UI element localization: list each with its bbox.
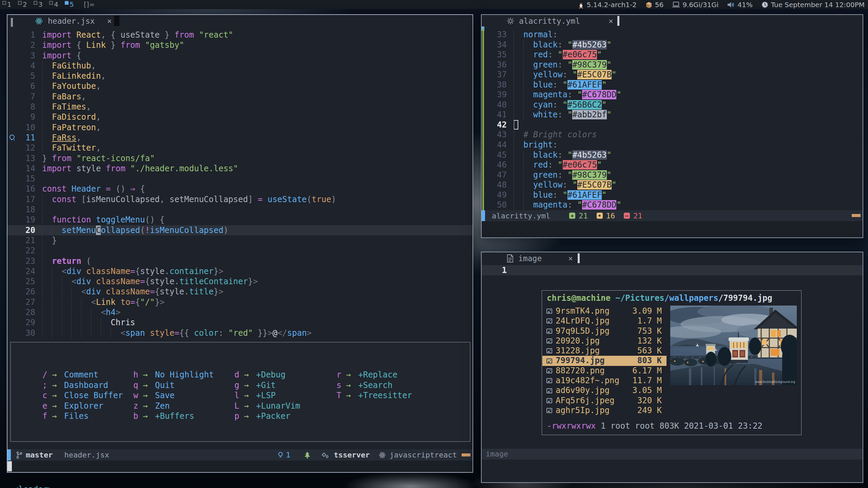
code-line[interactable]: 7 FaBars, [7, 92, 472, 102]
code-line[interactable]: 49 blue: "#61AFEF" [482, 190, 863, 200]
code-line[interactable]: 28 <h4> [7, 307, 472, 317]
code-line[interactable]: 5 FaLinkedin, [7, 71, 472, 81]
file-row[interactable]: a19c482f~.png11.7 M [542, 376, 667, 386]
code-line[interactable]: 20 setMenuCollapsed(!isMenuCollapsed) [7, 225, 472, 235]
code-line[interactable]: 25 <div className={style.titleContainer}… [7, 276, 472, 287]
code-line[interactable]: 38 blue: "#61AFEF" [482, 80, 863, 90]
code-editor[interactable]: 1import React, { useState } from "react"… [7, 30, 472, 338]
whichkey-item[interactable]: T→+Treesitter [336, 390, 412, 401]
code-line[interactable]: 3import { [7, 51, 472, 61]
whichkey-item[interactable]: b→+Buffers [133, 411, 214, 422]
file-row[interactable]: AFq5r6j.jpeg320 K [542, 396, 667, 406]
whichkey-item[interactable]: L→+LunarVim [234, 401, 300, 411]
code-line[interactable]: 15 [7, 174, 472, 184]
code-line[interactable]: 37 yellow: "#E5C07B" [482, 70, 863, 80]
code-line[interactable]: 22 [7, 246, 472, 256]
whichkey-item[interactable]: z→Zen [133, 401, 214, 411]
whichkey-item[interactable]: f→Files [42, 411, 123, 422]
whichkey-item[interactable]: h→No Highlight [133, 370, 214, 380]
code-line[interactable]: 33 normal: [482, 30, 863, 40]
code-line[interactable]: 16const Header = () ⇒ { [7, 184, 472, 194]
code-line[interactable]: 40 cyan: "#56B6C2" [482, 100, 863, 110]
code-line[interactable]: 12 FaTwitter, [7, 143, 472, 153]
file-row[interactable]: 31228.jpg563 K [542, 346, 667, 356]
code-line[interactable]: 1import React, { useState } from "react" [7, 30, 472, 40]
code-line[interactable]: 1 [482, 265, 863, 275]
code-line[interactable]: 44 bright: [482, 140, 863, 150]
tab-close-icon[interactable]: × [107, 17, 112, 25]
whichkey-item[interactable]: d→+Debug [234, 370, 300, 380]
layout-symbol[interactable]: []= [84, 0, 95, 9]
workspace-5[interactable]: 5 [64, 0, 79, 9]
code-line[interactable]: 18 [7, 204, 472, 215]
code-line[interactable]: 35 red: "#e06c75" [482, 50, 863, 60]
code-line[interactable]: 19 function toggleMenu() { [7, 215, 472, 225]
whichkey-item[interactable]: ;→Dashboard [42, 380, 123, 391]
file-row[interactable]: 799794.jpg803 K [542, 356, 667, 366]
file-row[interactable]: ad6v90y.jpg3.05 M [542, 386, 667, 395]
file-row[interactable]: 9rsmTK4.png3.09 M [542, 306, 667, 316]
whichkey-item[interactable]: w→Save [133, 390, 214, 401]
code-line[interactable]: 48 yellow: "#E5C07B" [482, 180, 863, 190]
code-line[interactable]: 11 FaRss, [7, 133, 472, 143]
file-row[interactable]: 24LrDFQ.jpg1.7 M [542, 316, 667, 326]
code-line[interactable]: 2import { Link } from "gatsby" [7, 40, 472, 50]
workspace-2[interactable]: 2 [17, 0, 33, 9]
workspace-1[interactable]: 1 [1, 0, 17, 9]
code-line[interactable]: 9 FaDiscord, [7, 112, 472, 122]
code-line[interactable]: 6 FaYoutube, [7, 81, 472, 91]
whichkey-item[interactable]: g→+Git [234, 380, 300, 391]
tab-close-icon[interactable]: × [568, 254, 573, 263]
tab-close-icon[interactable]: × [609, 17, 613, 25]
workspace-3[interactable]: 3 [33, 0, 48, 9]
tab-alacritty-yml[interactable]: alacritty.yml × [507, 16, 613, 26]
whichkey-item[interactable]: /→Comment [42, 370, 123, 380]
ranger-file-list[interactable]: 9rsmTK4.png3.09 M24LrDFQ.jpg1.7 M97q9L5D… [542, 306, 667, 415]
whichkey-item[interactable]: l→+LSP [234, 390, 300, 401]
scrollbar-thumb[interactable] [462, 453, 470, 456]
code-line[interactable]: 23 return ( [7, 256, 472, 266]
terminal-buffer[interactable]: 1 [482, 265, 863, 275]
code-line[interactable]: 47 green: "#98C379" [482, 170, 863, 180]
code-line[interactable]: 36 green: "#98C379" [482, 60, 863, 70]
code-line[interactable]: 29 Chris [7, 317, 472, 328]
code-line[interactable]: 46 red: "#e06c75" [482, 160, 863, 170]
whichkey-item[interactable]: q→Quit [133, 380, 214, 391]
code-line[interactable]: 27 <Link to={"/"}> [7, 297, 472, 307]
statusline-accent [7, 449, 11, 461]
scrollbar-thumb[interactable] [852, 214, 861, 217]
code-line[interactable]: 4 FaGithub, [7, 61, 472, 71]
line-number-gutter: 43 [482, 130, 507, 140]
whichkey-item[interactable]: s→+Search [336, 380, 412, 391]
code-line[interactable]: 26 <div className={style.title}> [7, 287, 472, 297]
whichkey-item[interactable]: r→+Replace [336, 370, 412, 380]
file-row[interactable]: 882720.png6.17 M [542, 366, 667, 376]
code-line[interactable]: 21 } [7, 235, 472, 246]
whichkey-item[interactable]: p→+Packer [234, 411, 300, 422]
workspace-4[interactable]: 4 [48, 0, 64, 9]
tab-header-jsx[interactable]: header.jsx × [35, 16, 112, 26]
code-line[interactable]: 39 magenta: "#C678DD" [482, 90, 863, 100]
whichkey-item[interactable]: e→Explorer [42, 401, 123, 411]
code-line[interactable]: 34 black: "#4b5263" [482, 40, 863, 50]
code-line[interactable]: 42 [482, 120, 863, 130]
code-line[interactable]: 10 FaPatreon, [7, 122, 472, 133]
tab-title: header.jsx [48, 17, 95, 25]
image-file-icon [546, 378, 552, 383]
file-row[interactable]: 97q9L5D.jpg753 K [542, 326, 667, 336]
code-line[interactable]: 14import style from "./header.module.les… [7, 163, 472, 174]
file-row[interactable]: aghr5Ip.jpg249 K [542, 406, 667, 415]
code-line[interactable]: 50 magenta: "#C678DD" [482, 200, 863, 210]
tab-image[interactable]: image × [507, 253, 573, 264]
code-line[interactable]: 41 white: "#abb2bf" [482, 110, 863, 120]
code-line[interactable]: 45 black: "#4b5263" [482, 150, 863, 160]
code-line[interactable]: 24 <div className={style.container}> [7, 266, 472, 276]
code-editor[interactable]: 33 normal:34 black: "#4b5263"35 red: "#e… [482, 30, 863, 210]
code-line[interactable]: 13} from "react-icons/fa" [7, 153, 472, 163]
code-line[interactable]: 17 const [isMenuCollapsed, setMenuCollap… [7, 194, 472, 204]
code-line[interactable]: 8 FaTimes, [7, 102, 472, 112]
whichkey-item[interactable]: c→Close Buffer [42, 390, 123, 401]
code-line[interactable]: 43 # Bright colors [482, 130, 863, 140]
code-line[interactable]: 30 <span style={{ color: "red" }}>@</spa… [7, 328, 472, 338]
file-row[interactable]: 20920.jpg132 K [542, 336, 667, 346]
